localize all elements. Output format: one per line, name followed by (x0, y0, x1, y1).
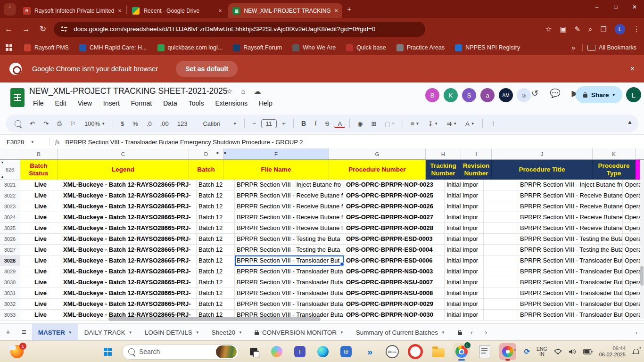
star-icon[interactable]: ☆ (226, 87, 232, 96)
cell-J3029[interactable]: BPRPR Section VIII - Transloader But (518, 266, 623, 277)
cell-G3025[interactable]: OPS-OPRC-BPRPR-NOP-0028 (344, 223, 445, 234)
cell-D3021[interactable]: Batch 12 (197, 180, 235, 190)
toolbar-more-icon[interactable]: ⋮ (487, 118, 500, 129)
browser-tab-3-active[interactable]: ▦ NEW_XML-PROJECT TRACKING × (228, 3, 342, 18)
column-header-F[interactable]: F (223, 148, 329, 159)
cell-I3026[interactable] (484, 234, 518, 245)
name-box[interactable]: F3028 ▼ (0, 139, 49, 146)
volume-icon[interactable] (569, 348, 577, 355)
bookmark-item[interactable]: NPPES NPI Registry (455, 44, 520, 51)
cell-C3031[interactable]: XML-Buckeye - Batch 12-RAYSO28665-PRJ- (61, 288, 197, 299)
collaborator-avatar[interactable]: AM (498, 87, 514, 103)
copilot-icon[interactable] (268, 343, 285, 360)
cell-B3030[interactable]: Live (20, 277, 61, 288)
sheet-tab-sheet20[interactable]: Sheet20▼ (206, 324, 248, 341)
cell-G3032[interactable]: OPS-OPRC-BPRPR-NOP-0029 (344, 299, 445, 310)
cell-G3023[interactable]: OPS-OPRC-BPRPR-NOP-0026 (344, 201, 445, 212)
all-bookmarks-button[interactable]: All Bookmarks (587, 44, 636, 51)
menu-view[interactable]: View (74, 99, 96, 108)
row-header-3030[interactable]: 3030 (0, 277, 20, 288)
row-header-3029[interactable]: 3029 (0, 266, 20, 277)
bookmark-item[interactable]: Raysoft Forum (233, 44, 282, 51)
row-header-3033[interactable]: 3033 (0, 310, 20, 321)
opera-icon[interactable] (407, 343, 424, 360)
row-header-3027[interactable]: 3027 (0, 245, 20, 255)
horizontal-scrollbar-thumb[interactable] (108, 317, 321, 321)
cell-F3030[interactable]: BPRPR Section VIII - Transloader Buta (235, 277, 344, 288)
format-currency-button[interactable]: $ (117, 118, 127, 129)
tab-search-chevron-icon[interactable]: ˇ (4, 3, 16, 16)
cell-D3024[interactable]: Batch 12 (197, 212, 235, 223)
column-header-K[interactable]: K (593, 148, 636, 159)
bookmark-star-icon[interactable]: ☆ (545, 25, 552, 33)
fill-color-icon[interactable]: ◉ (354, 118, 366, 129)
column-header-G[interactable]: G (329, 148, 426, 159)
cell-C3027[interactable]: XML-Buckeye - Batch 12-RAYSO28665-PRJ- (61, 245, 197, 255)
cell-I3024[interactable] (484, 212, 518, 223)
font-select[interactable]: Calibri▼ (199, 118, 240, 129)
cell-B3028[interactable]: Live (20, 255, 61, 266)
menu-file[interactable]: File (29, 99, 48, 108)
vertical-scrollbar-thumb[interactable] (640, 266, 644, 286)
collapse-toolbar-icon[interactable]: ▲ (627, 119, 633, 125)
tab-close-icon[interactable]: × (335, 8, 338, 14)
text-rotate-icon[interactable]: A▼ (462, 118, 478, 129)
maximize-button[interactable]: □ (606, 0, 625, 14)
cell-B3024[interactable]: Live (20, 212, 61, 223)
cell-H3031[interactable]: Initial Impor (445, 288, 484, 299)
cell-H3033[interactable]: Initial Impor (445, 310, 484, 321)
images-icon[interactable]: ▣ (560, 25, 566, 33)
row-group-collapse-top-icon[interactable]: ▾ (1, 160, 3, 165)
taskbar-search-box[interactable]: Search (122, 344, 239, 360)
collaborator-avatar[interactable]: B (424, 87, 440, 103)
cell-H3024[interactable]: Initial Impor (445, 212, 484, 223)
google-sheets-logo-icon[interactable] (10, 88, 25, 107)
edge-icon[interactable] (314, 343, 331, 360)
start-button[interactable] (99, 343, 116, 360)
cell-C3022[interactable]: XML-Buckeye - Batch 12-RAYSO28665-PRJ- (61, 190, 197, 201)
cell-H3026[interactable]: Initial Impor (445, 234, 484, 245)
cell-C3028[interactable]: XML-Buckeye - Batch 12-RAYSO28665-PRJ- (61, 255, 197, 266)
account-avatar[interactable]: L (626, 87, 641, 102)
forward-icon[interactable]: → (22, 25, 30, 34)
chrome-taskbar-icon[interactable]: L (453, 343, 470, 360)
menu-tools[interactable]: Tools (185, 99, 208, 108)
menu-help[interactable]: Help (255, 99, 276, 108)
cell-I3027[interactable] (484, 245, 518, 255)
calculator-icon[interactable]: ⊞ (338, 343, 355, 360)
share-button[interactable]: Share ▾ (576, 86, 622, 103)
cell-J3022[interactable]: BPRPR Section VIII - Receive Butane (518, 190, 623, 201)
strikethrough-button[interactable]: S (322, 118, 333, 129)
cell-C3026[interactable]: XML-Buckeye - Batch 12-RAYSO28665-PRJ- (61, 234, 197, 245)
cell-D3026[interactable]: Batch 12 (197, 234, 235, 245)
cell-J3030[interactable]: BPRPR Section VIII - Transloader But (518, 277, 623, 288)
row-header-3024[interactable]: 3024 (0, 212, 20, 223)
cell-I3025[interactable] (484, 223, 518, 234)
paint-format-icon[interactable]: ⚐ (67, 118, 79, 129)
toolbar-search-icon[interactable] (11, 118, 25, 129)
cell-F3026[interactable]: BPRPR Section VIII - Testing the Buta (235, 234, 344, 245)
cell-D3022[interactable]: Batch 12 (197, 190, 235, 201)
cell-I3021[interactable] (484, 180, 518, 190)
notepad-icon[interactable] (476, 343, 493, 360)
bookmark-item[interactable]: Quick base (346, 44, 386, 51)
lens-search-icon[interactable]: ⌕ (588, 25, 592, 33)
cell-G3027[interactable]: OPS-OPRC-BPRPR-ESD-0004 (344, 245, 445, 255)
bookmark-item[interactable]: Practice Areas (396, 44, 445, 51)
text-color-button[interactable]: A (334, 119, 345, 128)
redo-icon[interactable]: ↷ (40, 118, 52, 129)
row-header-3023[interactable]: 3023 (0, 201, 20, 212)
cloud-status-icon[interactable]: ☁ (254, 87, 261, 96)
formula-content[interactable]: BPRPR Section VIII - Transloader Butane … (65, 139, 303, 146)
font-size-input[interactable]: 11 (261, 119, 277, 128)
sheet-tab-menu-icon[interactable]: ▼ (340, 330, 344, 335)
decrease-decimal-button[interactable]: .0 (143, 118, 155, 129)
row-header-3025[interactable]: 3025 (0, 223, 20, 234)
bookmark-item[interactable]: Raysoft PMS (24, 44, 69, 51)
cell-I3032[interactable] (484, 299, 518, 310)
text-wrap-icon[interactable]: ⇉▼ (443, 118, 460, 129)
menu-edit[interactable]: Edit (51, 99, 70, 108)
cell-G3030[interactable]: OPS-OPRC-BPRPR-NSU-0007 (344, 277, 445, 288)
menu-extensions[interactable]: Extensions (211, 99, 251, 108)
menu-format[interactable]: Format (127, 99, 156, 108)
